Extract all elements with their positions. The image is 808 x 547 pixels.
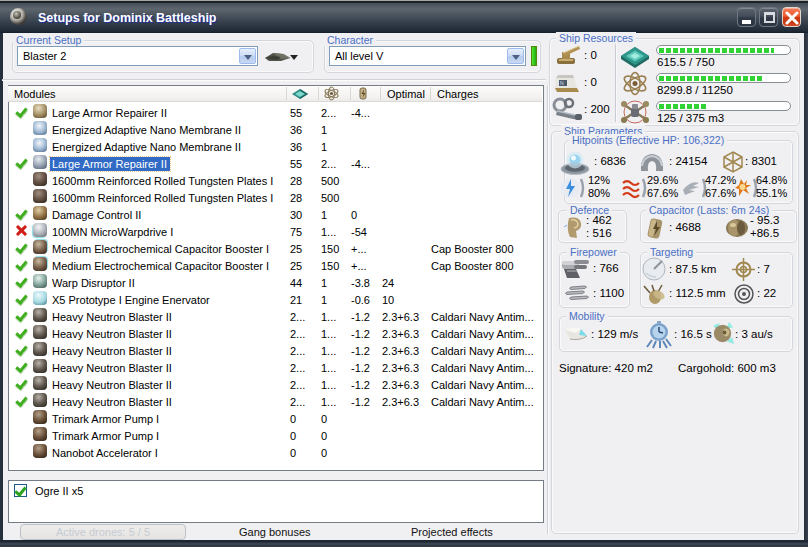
svg-text:N: N: [560, 80, 564, 86]
